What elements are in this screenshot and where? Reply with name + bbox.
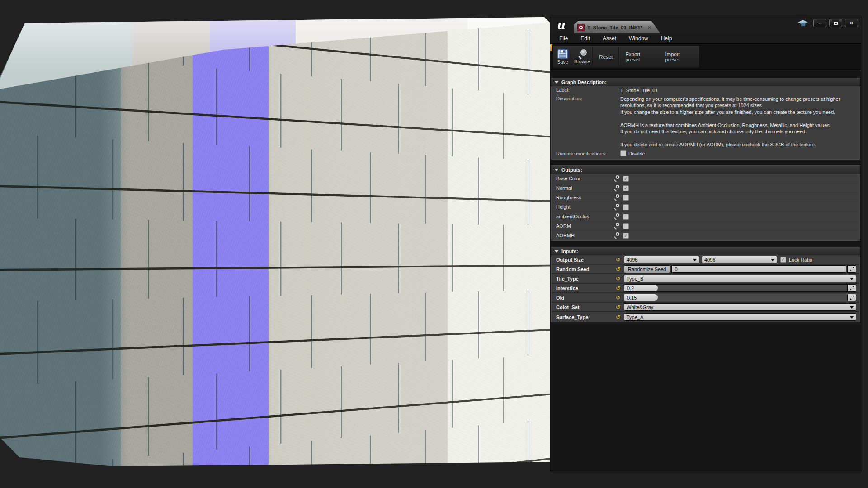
interstice-row: Interstice ↺ 0.2 bbox=[552, 284, 859, 293]
asset-tab[interactable]: T_Stone_Tile_01_INST* ✕ bbox=[574, 21, 660, 33]
diagonal-arrows-icon bbox=[849, 286, 854, 291]
browse-button[interactable]: Browse bbox=[572, 46, 592, 68]
browse-magnifier-icon bbox=[578, 49, 587, 58]
toolbar-panel: Save Browse Reset Export preset Import p… bbox=[552, 45, 700, 68]
value-drag-handle[interactable] bbox=[847, 294, 856, 301]
import-preset-button[interactable]: Import preset bbox=[660, 46, 699, 68]
reset-button[interactable]: Reset bbox=[594, 46, 618, 68]
output-enabled-checkbox[interactable] bbox=[623, 176, 629, 182]
inputs-header[interactable]: Inputs: bbox=[551, 247, 860, 255]
value-drag-handle[interactable] bbox=[847, 265, 856, 273]
menu-help[interactable]: Help bbox=[655, 33, 679, 44]
reset-to-default-icon[interactable]: ↺ bbox=[616, 314, 624, 320]
output-row: Roughness bbox=[552, 193, 859, 202]
colot-set-row: Colot_Set ↺ White&Gray bbox=[552, 303, 859, 312]
details-panel: Graph Description: Label: T_Stone_Tile_0… bbox=[550, 71, 861, 471]
random-seed-row: Random Seed ↺ Randomize Seed 0 bbox=[552, 265, 859, 274]
output-label: ambientOcclus bbox=[552, 214, 613, 219]
graduation-cap-icon bbox=[798, 19, 808, 27]
menu-asset[interactable]: Asset bbox=[596, 33, 623, 44]
reset-to-default-icon[interactable]: ↺ bbox=[616, 267, 624, 272]
surface-type-dropdown[interactable]: Type_A bbox=[624, 313, 856, 321]
output-size-y-dropdown[interactable]: 4096 bbox=[702, 256, 777, 263]
colot-set-dropdown[interactable]: White&Gray bbox=[624, 303, 856, 311]
outputs-section: Outputs: Base ColorNormalRoughnessHeight… bbox=[551, 165, 860, 241]
preview-magnifier-icon[interactable] bbox=[613, 194, 620, 201]
export-preset-button[interactable]: Export preset bbox=[620, 46, 660, 68]
disable-checkbox[interactable] bbox=[620, 150, 626, 156]
preview-magnifier-icon[interactable] bbox=[613, 185, 620, 191]
tile-type-dropdown[interactable]: Type_B bbox=[624, 275, 856, 282]
output-row: Height bbox=[552, 202, 859, 212]
chevron-down-icon bbox=[850, 306, 854, 309]
interstice-value: 0.2 bbox=[624, 285, 658, 291]
reset-to-default-icon[interactable]: ↺ bbox=[616, 295, 624, 300]
chevron-down-icon bbox=[850, 278, 854, 280]
lock-ratio-checkbox[interactable] bbox=[780, 257, 786, 263]
old-slider[interactable]: 0.15 bbox=[624, 294, 847, 301]
output-label: AORM bbox=[552, 223, 613, 229]
output-row: Normal bbox=[552, 183, 859, 193]
chevron-down-icon bbox=[693, 259, 697, 261]
runtime-modifications-row: Runtime modifications: Disable bbox=[552, 149, 859, 160]
preview-magnifier-icon[interactable] bbox=[613, 232, 620, 239]
graph-description-body: Label: T_Stone_Tile_01 Description: Depe… bbox=[551, 86, 860, 160]
description-key: Description: bbox=[552, 96, 620, 148]
output-enabled-checkbox[interactable] bbox=[623, 223, 629, 229]
preview-scene bbox=[0, 17, 550, 466]
preview-magnifier-icon[interactable] bbox=[613, 223, 620, 229]
output-enabled-checkbox[interactable] bbox=[623, 233, 629, 239]
diagonal-arrows-icon bbox=[849, 295, 854, 300]
output-enabled-checkbox[interactable] bbox=[623, 204, 629, 210]
tile-type-row: Tile_Type ↺ Type_B bbox=[552, 274, 859, 284]
outputs-header[interactable]: Outputs: bbox=[551, 165, 860, 174]
menu-bar: File Edit Asset Window Help bbox=[550, 33, 861, 44]
outputs-rows: Base ColorNormalRoughnessHeightambientOc… bbox=[551, 174, 860, 241]
label-row: Label: T_Stone_Tile_01 bbox=[552, 86, 859, 95]
output-size-x-dropdown[interactable]: 4096 bbox=[624, 256, 699, 263]
preview-cube bbox=[0, 17, 550, 466]
save-button[interactable]: Save bbox=[553, 46, 572, 68]
titlebar[interactable]: u T_Stone_Tile_01_INST* ✕ – ✕ bbox=[550, 17, 861, 33]
minimize-button[interactable]: – bbox=[813, 19, 826, 27]
reset-to-default-icon[interactable]: ↺ bbox=[616, 257, 624, 263]
output-row: Base Color bbox=[552, 174, 859, 183]
cube-front-face bbox=[0, 17, 550, 466]
collapse-triangle-icon bbox=[554, 81, 559, 84]
toolbar-separator bbox=[592, 47, 593, 67]
output-enabled-checkbox[interactable] bbox=[623, 214, 629, 220]
toolbar: Save Browse Reset Export preset Import p… bbox=[550, 44, 861, 70]
maximize-icon bbox=[834, 22, 838, 25]
material-preview-viewport[interactable] bbox=[0, 0, 550, 488]
label-value: T_Stone_Tile_01 bbox=[620, 87, 859, 94]
preview-magnifier-icon[interactable] bbox=[613, 213, 620, 220]
menu-file[interactable]: File bbox=[553, 33, 574, 44]
menu-window[interactable]: Window bbox=[623, 33, 655, 44]
save-floppy-icon bbox=[557, 49, 568, 59]
inputs-section: Inputs: Output Size ↺ 4096 4096 bbox=[551, 247, 860, 322]
graph-description-section: Graph Description: Label: T_Stone_Tile_0… bbox=[551, 78, 860, 160]
maximize-button[interactable] bbox=[829, 19, 842, 27]
output-label: Height bbox=[552, 204, 613, 210]
value-drag-handle[interactable] bbox=[847, 284, 856, 292]
interstice-slider[interactable]: 0.2 bbox=[624, 284, 847, 292]
menu-edit[interactable]: Edit bbox=[574, 33, 596, 44]
output-enabled-checkbox[interactable] bbox=[623, 195, 629, 201]
toolbar-separator bbox=[618, 47, 619, 67]
output-enabled-checkbox[interactable] bbox=[623, 185, 629, 191]
randomize-seed-button[interactable]: Randomize Seed bbox=[624, 265, 670, 273]
reset-to-default-icon[interactable]: ↺ bbox=[616, 305, 624, 310]
tab-close-icon[interactable]: ✕ bbox=[647, 25, 651, 30]
substance-instance-editor-window: u T_Stone_Tile_01_INST* ✕ – ✕ File Edit … bbox=[550, 17, 861, 471]
reset-to-default-icon[interactable]: ↺ bbox=[616, 276, 624, 282]
chevron-down-icon bbox=[850, 316, 854, 319]
reset-to-default-icon[interactable]: ↺ bbox=[616, 286, 624, 291]
graph-description-header[interactable]: Graph Description: bbox=[551, 78, 860, 86]
substance-asset-icon bbox=[577, 24, 585, 31]
old-row: Old ↺ 0.15 bbox=[552, 293, 859, 303]
close-button[interactable]: ✕ bbox=[845, 19, 858, 27]
preview-magnifier-icon[interactable] bbox=[613, 175, 620, 182]
description-text: Depending on your computer's specificati… bbox=[620, 96, 859, 148]
preview-magnifier-icon[interactable] bbox=[613, 204, 620, 210]
random-seed-field[interactable]: 0 bbox=[671, 265, 846, 273]
